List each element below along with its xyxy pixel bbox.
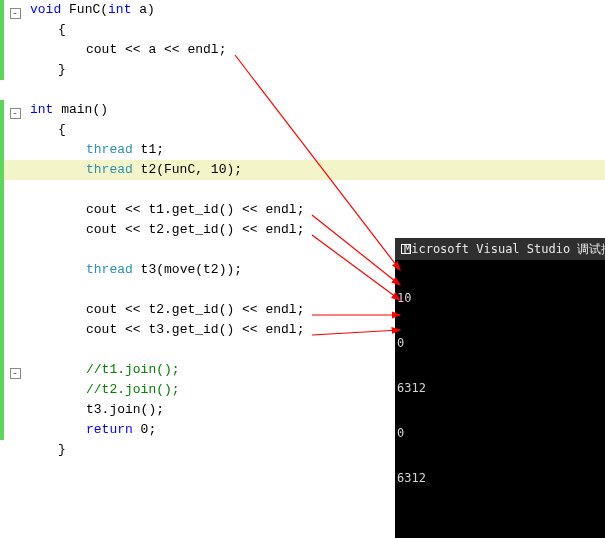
debug-console-window[interactable]: Microsoft Visual Studio 调试控 10 0 6312 0 … (395, 238, 605, 538)
console-title-text: Microsoft Visual Studio 调试控 (404, 238, 605, 260)
console-output: 10 0 6312 0 6312 D:\vs_code\Cpp_Learning… (395, 260, 605, 538)
brace-open: { (30, 20, 66, 40)
console-line: 6312 (397, 381, 603, 396)
brace-close: } (30, 60, 66, 80)
t2-declaration: t2(FunC, 10); (133, 162, 242, 177)
keyword-void: void (30, 2, 61, 17)
thread-type: thread (86, 142, 133, 157)
func-name: FunC (69, 2, 100, 17)
main-func: main (61, 102, 92, 117)
t3-join: t3.join(); (86, 402, 164, 417)
console-titlebar[interactable]: Microsoft Visual Studio 调试控 (395, 238, 605, 260)
fold-icon[interactable]: - (10, 8, 21, 19)
console-line: 0 (397, 336, 603, 351)
console-line (397, 516, 603, 531)
comment: //t2.join(); (86, 382, 180, 397)
cout-stmt: cout (86, 42, 117, 57)
comment: //t1.join(); (86, 362, 180, 377)
fold-icon[interactable]: - (10, 108, 21, 119)
console-line: 10 (397, 291, 603, 306)
console-line: 6312 (397, 471, 603, 486)
console-line: 0 (397, 426, 603, 441)
fold-icon[interactable]: - (10, 368, 21, 379)
